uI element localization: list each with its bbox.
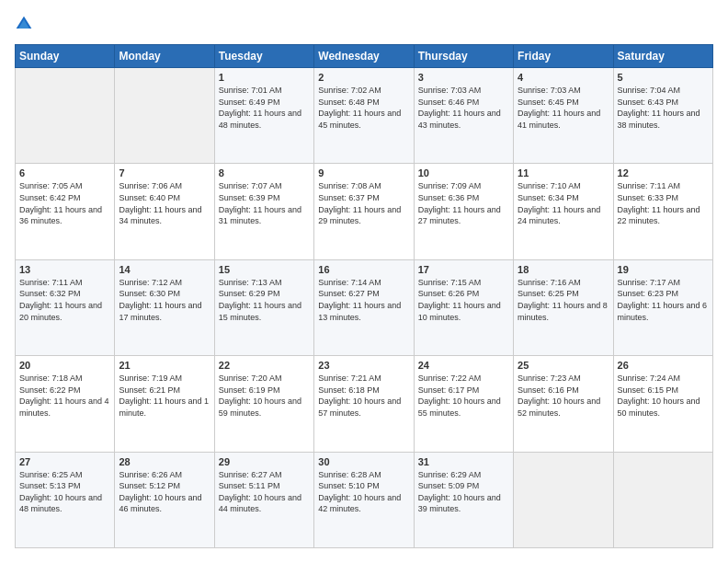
weekday-header: Wednesday — [314, 45, 414, 68]
day-number: 17 — [418, 264, 509, 275]
calendar-cell: 6Sunrise: 7:05 AMSunset: 6:42 PMDaylight… — [16, 164, 115, 259]
calendar-cell: 20Sunrise: 7:18 AMSunset: 6:22 PMDayligh… — [16, 356, 115, 452]
day-number: 11 — [518, 167, 609, 178]
day-info: Sunrise: 7:12 AMSunset: 6:30 PMDaylight:… — [119, 277, 210, 323]
day-info: Sunrise: 7:11 AMSunset: 6:33 PMDaylight:… — [618, 180, 709, 226]
day-number: 16 — [318, 264, 409, 275]
day-info: Sunrise: 6:28 AMSunset: 5:10 PMDaylight:… — [318, 469, 409, 515]
day-info: Sunrise: 7:08 AMSunset: 6:37 PMDaylight:… — [318, 180, 409, 226]
calendar-cell — [514, 452, 613, 547]
day-info: Sunrise: 6:26 AMSunset: 5:12 PMDaylight:… — [119, 469, 210, 515]
calendar-cell: 14Sunrise: 7:12 AMSunset: 6:30 PMDayligh… — [115, 259, 214, 355]
calendar-cell: 5Sunrise: 7:04 AMSunset: 6:43 PMDaylight… — [613, 68, 712, 164]
calendar-cell: 13Sunrise: 7:11 AMSunset: 6:32 PMDayligh… — [16, 259, 115, 355]
day-info: Sunrise: 6:25 AMSunset: 5:13 PMDaylight:… — [19, 469, 110, 515]
calendar-cell: 11Sunrise: 7:10 AMSunset: 6:34 PMDayligh… — [514, 164, 613, 259]
day-info: Sunrise: 6:27 AMSunset: 5:11 PMDaylight:… — [219, 469, 310, 515]
calendar-cell: 28Sunrise: 6:26 AMSunset: 5:12 PMDayligh… — [115, 452, 214, 547]
day-info: Sunrise: 7:03 AMSunset: 6:45 PMDaylight:… — [518, 85, 609, 131]
day-info: Sunrise: 7:22 AMSunset: 6:17 PMDaylight:… — [418, 373, 509, 419]
calendar-cell: 12Sunrise: 7:11 AMSunset: 6:33 PMDayligh… — [613, 164, 712, 259]
calendar-cell: 30Sunrise: 6:28 AMSunset: 5:10 PMDayligh… — [314, 452, 414, 547]
day-info: Sunrise: 7:05 AMSunset: 6:42 PMDaylight:… — [19, 180, 110, 226]
calendar-cell: 15Sunrise: 7:13 AMSunset: 6:29 PMDayligh… — [214, 259, 313, 355]
calendar-cell — [613, 452, 712, 547]
day-info: Sunrise: 7:17 AMSunset: 6:23 PMDaylight:… — [618, 277, 709, 323]
logo — [15, 15, 37, 33]
day-info: Sunrise: 7:18 AMSunset: 6:22 PMDaylight:… — [19, 373, 110, 419]
calendar-cell: 24Sunrise: 7:22 AMSunset: 6:17 PMDayligh… — [414, 356, 513, 452]
day-info: Sunrise: 7:04 AMSunset: 6:43 PMDaylight:… — [618, 85, 709, 131]
calendar-cell: 2Sunrise: 7:02 AMSunset: 6:48 PMDaylight… — [314, 68, 414, 164]
weekday-header: Saturday — [613, 45, 712, 68]
day-number: 18 — [518, 264, 609, 275]
weekday-header: Sunday — [16, 45, 115, 68]
calendar-table: SundayMondayTuesdayWednesdayThursdayFrid… — [15, 44, 713, 548]
day-info: Sunrise: 7:07 AMSunset: 6:39 PMDaylight:… — [219, 180, 310, 226]
calendar-cell: 25Sunrise: 7:23 AMSunset: 6:16 PMDayligh… — [514, 356, 613, 452]
day-info: Sunrise: 7:03 AMSunset: 6:46 PMDaylight:… — [418, 85, 509, 131]
day-number: 2 — [318, 72, 409, 83]
calendar-cell: 4Sunrise: 7:03 AMSunset: 6:45 PMDaylight… — [514, 68, 613, 164]
calendar-cell: 8Sunrise: 7:07 AMSunset: 6:39 PMDaylight… — [214, 164, 313, 259]
day-number: 19 — [618, 264, 709, 275]
day-info: Sunrise: 7:21 AMSunset: 6:18 PMDaylight:… — [318, 373, 409, 419]
day-number: 4 — [518, 72, 609, 83]
day-number: 30 — [318, 456, 409, 467]
day-info: Sunrise: 7:09 AMSunset: 6:36 PMDaylight:… — [418, 180, 509, 226]
day-number: 6 — [19, 167, 110, 178]
day-info: Sunrise: 7:15 AMSunset: 6:26 PMDaylight:… — [418, 277, 509, 323]
day-number: 13 — [19, 264, 110, 275]
day-number: 8 — [219, 167, 310, 178]
day-number: 25 — [518, 360, 609, 371]
day-info: Sunrise: 7:01 AMSunset: 6:49 PMDaylight:… — [219, 85, 310, 131]
calendar-cell: 31Sunrise: 6:29 AMSunset: 5:09 PMDayligh… — [414, 452, 513, 547]
day-info: Sunrise: 7:10 AMSunset: 6:34 PMDaylight:… — [518, 180, 609, 226]
calendar-cell: 29Sunrise: 6:27 AMSunset: 5:11 PMDayligh… — [214, 452, 313, 547]
calendar-cell — [115, 68, 214, 164]
day-number: 9 — [318, 167, 409, 178]
page-header — [15, 15, 713, 33]
day-number: 27 — [19, 456, 110, 467]
day-number: 5 — [618, 72, 709, 83]
day-number: 1 — [219, 72, 310, 83]
day-number: 23 — [318, 360, 409, 371]
calendar-cell: 1Sunrise: 7:01 AMSunset: 6:49 PMDaylight… — [214, 68, 313, 164]
day-info: Sunrise: 7:19 AMSunset: 6:21 PMDaylight:… — [119, 373, 210, 419]
generalblue-icon — [15, 15, 33, 33]
day-info: Sunrise: 7:16 AMSunset: 6:25 PMDaylight:… — [518, 277, 609, 323]
calendar-cell: 18Sunrise: 7:16 AMSunset: 6:25 PMDayligh… — [514, 259, 613, 355]
day-number: 20 — [19, 360, 110, 371]
day-number: 7 — [119, 167, 210, 178]
calendar-cell: 26Sunrise: 7:24 AMSunset: 6:15 PMDayligh… — [613, 356, 712, 452]
day-number: 12 — [618, 167, 709, 178]
day-info: Sunrise: 6:29 AMSunset: 5:09 PMDaylight:… — [418, 469, 509, 515]
day-number: 29 — [219, 456, 310, 467]
day-info: Sunrise: 7:23 AMSunset: 6:16 PMDaylight:… — [518, 373, 609, 419]
calendar-cell: 22Sunrise: 7:20 AMSunset: 6:19 PMDayligh… — [214, 356, 313, 452]
day-number: 15 — [219, 264, 310, 275]
calendar-cell: 16Sunrise: 7:14 AMSunset: 6:27 PMDayligh… — [314, 259, 414, 355]
day-info: Sunrise: 7:11 AMSunset: 6:32 PMDaylight:… — [19, 277, 110, 323]
weekday-header: Friday — [514, 45, 613, 68]
day-number: 10 — [418, 167, 509, 178]
day-number: 21 — [119, 360, 210, 371]
calendar-cell: 19Sunrise: 7:17 AMSunset: 6:23 PMDayligh… — [613, 259, 712, 355]
day-number: 24 — [418, 360, 509, 371]
day-info: Sunrise: 7:02 AMSunset: 6:48 PMDaylight:… — [318, 85, 409, 131]
day-info: Sunrise: 7:13 AMSunset: 6:29 PMDaylight:… — [219, 277, 310, 323]
calendar-cell — [16, 68, 115, 164]
calendar-cell: 10Sunrise: 7:09 AMSunset: 6:36 PMDayligh… — [414, 164, 513, 259]
day-number: 26 — [618, 360, 709, 371]
calendar-cell: 21Sunrise: 7:19 AMSunset: 6:21 PMDayligh… — [115, 356, 214, 452]
calendar-cell: 3Sunrise: 7:03 AMSunset: 6:46 PMDaylight… — [414, 68, 513, 164]
day-info: Sunrise: 7:06 AMSunset: 6:40 PMDaylight:… — [119, 180, 210, 226]
day-info: Sunrise: 7:24 AMSunset: 6:15 PMDaylight:… — [618, 373, 709, 419]
calendar-cell: 17Sunrise: 7:15 AMSunset: 6:26 PMDayligh… — [414, 259, 513, 355]
day-info: Sunrise: 7:14 AMSunset: 6:27 PMDaylight:… — [318, 277, 409, 323]
day-number: 31 — [418, 456, 509, 467]
calendar-cell: 27Sunrise: 6:25 AMSunset: 5:13 PMDayligh… — [16, 452, 115, 547]
day-number: 22 — [219, 360, 310, 371]
day-number: 3 — [418, 72, 509, 83]
weekday-header: Tuesday — [214, 45, 313, 68]
